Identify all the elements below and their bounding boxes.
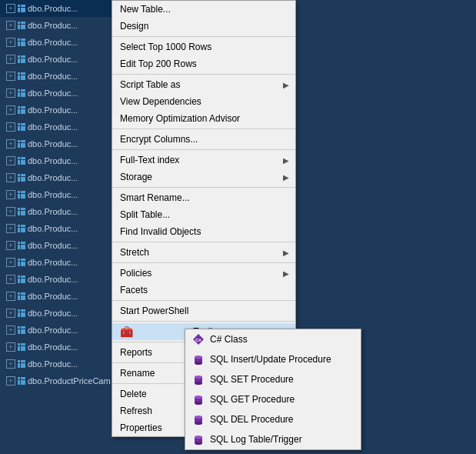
tree-item[interactable]: +dbo.Produc... — [0, 356, 119, 372]
expand-icon: + — [6, 376, 15, 386]
sql-procedure-icon — [191, 432, 205, 446]
tree-item-label: dbo.Produc... — [28, 173, 78, 182]
svg-point-16 — [195, 442, 202, 445]
submenu-item-sql-set-procedure[interactable]: SQL SET Procedure — [185, 369, 361, 389]
table-icon — [18, 22, 25, 29]
tree-item-label: dbo.Produc... — [28, 55, 78, 64]
table-icon — [18, 225, 25, 232]
tree-item[interactable]: +dbo.Produc... — [0, 322, 119, 339]
menu-item-select-top-1000-rows[interactable]: Select Top 1000 Rows — [112, 38, 295, 55]
tree-item[interactable]: +dbo.Produc... — [0, 288, 119, 305]
tree-item[interactable]: +dbo.ProductPriceCampaignDetail — [0, 372, 119, 389]
menu-item-label: View Dependencies — [120, 96, 201, 107]
tree-item-label: dbo.Produc... — [28, 207, 78, 216]
menu-item-encrypt-columns[interactable]: Encrypt Columns... — [112, 131, 295, 148]
menu-item-new-table[interactable]: New Table... — [112, 1, 295, 18]
expand-icon: + — [6, 38, 15, 47]
tree-item[interactable]: +dbo.Produc... — [0, 119, 119, 135]
tree-item-label: dbo.Produc... — [28, 105, 78, 115]
tree-item[interactable]: +dbo.Produc... — [0, 186, 119, 203]
tree-item[interactable]: +dbo.Produc... — [0, 254, 119, 271]
table-icon — [18, 55, 25, 63]
svg-point-9 — [195, 396, 202, 399]
tree-item[interactable]: +dbo.Produc... — [0, 135, 119, 152]
menu-item-edit-top-200-rows[interactable]: Edit Top 200 Rows — [112, 55, 295, 72]
menu-item-full-text-index[interactable]: Full-Text index▶ — [112, 152, 295, 169]
menu-separator — [112, 74, 295, 75]
tree-item[interactable]: +dbo.Produc... — [0, 237, 119, 254]
menu-item-label: Delete — [120, 389, 147, 399]
table-icon — [18, 123, 25, 131]
tree-item[interactable]: +dbo.Produc... — [0, 51, 119, 68]
tree-item-label: dbo.Produc... — [28, 88, 78, 98]
menu-item-label: Smart Rename... — [120, 192, 190, 203]
menu-item-split-table[interactable]: Split Table... — [112, 206, 295, 223]
tree-item[interactable]: +dbo.Produc... — [0, 220, 119, 237]
svg-point-7 — [195, 382, 202, 385]
tree-item-label: dbo.Produc... — [28, 342, 78, 352]
menu-item-label: Policies — [120, 268, 151, 279]
menu-item-smart-rename[interactable]: Smart Rename... — [112, 189, 295, 206]
menu-separator — [112, 321, 295, 322]
tree-item[interactable]: +dbo.Produc... — [0, 17, 119, 34]
table-icon — [18, 157, 25, 165]
menu-item-stretch[interactable]: Stretch▶ — [112, 244, 295, 261]
menu-item-find-invalid-objects[interactable]: Find Invalid Objects — [112, 223, 295, 240]
menu-item-facets[interactable]: Facets — [112, 282, 295, 299]
tree-item-label: dbo.Produc... — [28, 4, 78, 13]
table-icon — [18, 309, 25, 317]
menu-item-label: Edit Top 200 Rows — [120, 58, 197, 69]
menu-item-label: Find Invalid Objects — [120, 226, 201, 237]
table-icon — [18, 326, 25, 334]
table-icon — [18, 360, 25, 368]
submenu-arrow-icon: ▶ — [283, 269, 289, 278]
menu-item-label: Stretch — [120, 247, 149, 258]
menu-item-label: Rename — [120, 368, 155, 379]
menu-item-label: Storage — [120, 172, 152, 182]
svg-point-12 — [195, 416, 202, 419]
tree-item[interactable]: +dbo.Produc... — [0, 203, 119, 220]
tree-item[interactable]: +dbo.Produc... — [0, 339, 119, 356]
tree-item-label: dbo.Produc... — [28, 292, 78, 301]
expand-icon: + — [6, 224, 15, 233]
table-icon — [18, 208, 25, 215]
menu-item-label: Facets — [120, 285, 148, 295]
tree-item[interactable]: +dbo.Produc... — [0, 34, 119, 51]
expand-icon: + — [6, 139, 15, 149]
menu-item-start-powershell[interactable]: Start PowerShell — [112, 302, 295, 319]
submenu-arrow-icon: ▶ — [283, 249, 289, 257]
menu-item-script-table-as[interactable]: Script Table as▶ — [112, 76, 295, 93]
menu-item-memory-optimization-advisor[interactable]: Memory Optimization Advisor — [112, 110, 295, 127]
tree-item[interactable]: +dbo.Produc... — [0, 102, 119, 119]
tree-item[interactable]: +dbo.Produc... — [0, 169, 119, 186]
tree-panel: +dbo.Produc...+dbo.Produc...+dbo.Produc.… — [0, 0, 119, 454]
submenu-item-sql-log-tabletrigger[interactable]: SQL Log Table/Trigger — [185, 429, 361, 449]
menu-item-policies[interactable]: Policies▶ — [112, 265, 295, 282]
svg-point-3 — [195, 356, 202, 359]
svg-point-13 — [195, 422, 202, 425]
menu-separator — [112, 262, 295, 263]
submenu-item-label: SQL Log Table/Trigger — [210, 434, 302, 445]
table-icon — [18, 275, 25, 283]
menu-item-view-dependencies[interactable]: View Dependencies — [112, 93, 295, 110]
tree-item[interactable]: +dbo.Produc... — [0, 85, 119, 102]
submenu-item-sql-insertupdate-procedure[interactable]: SQL Insert/Update Procedure — [185, 349, 361, 369]
table-icon — [18, 89, 25, 97]
expand-icon: + — [6, 309, 15, 318]
tree-item[interactable]: +dbo.Produc... — [0, 0, 119, 17]
table-icon — [18, 5, 25, 12]
tree-item[interactable]: +dbo.Produc... — [0, 68, 119, 85]
expand-icon: + — [6, 359, 15, 369]
submenu-item-sql-get-procedure[interactable]: SQL GET Procedure — [185, 389, 361, 409]
menu-item-design[interactable]: Design — [112, 18, 295, 35]
tree-item[interactable]: +dbo.Produc... — [0, 305, 119, 322]
tree-item-label: dbo.ProductPriceCampaignDetail — [28, 376, 119, 386]
tree-item[interactable]: +dbo.Produc... — [0, 271, 119, 288]
submenu-item-sql-del-procedure[interactable]: SQL DEL Procedure — [185, 409, 361, 429]
submenu-item-c-class[interactable]: C#C# Class — [185, 329, 361, 349]
tree-item-label: dbo.Produc... — [28, 241, 78, 250]
menu-item-storage[interactable]: Storage▶ — [112, 169, 295, 185]
tree-item[interactable]: +dbo.Produc... — [0, 152, 119, 169]
submenu-arrow-icon: ▶ — [283, 156, 289, 165]
expand-icon: + — [6, 122, 15, 132]
